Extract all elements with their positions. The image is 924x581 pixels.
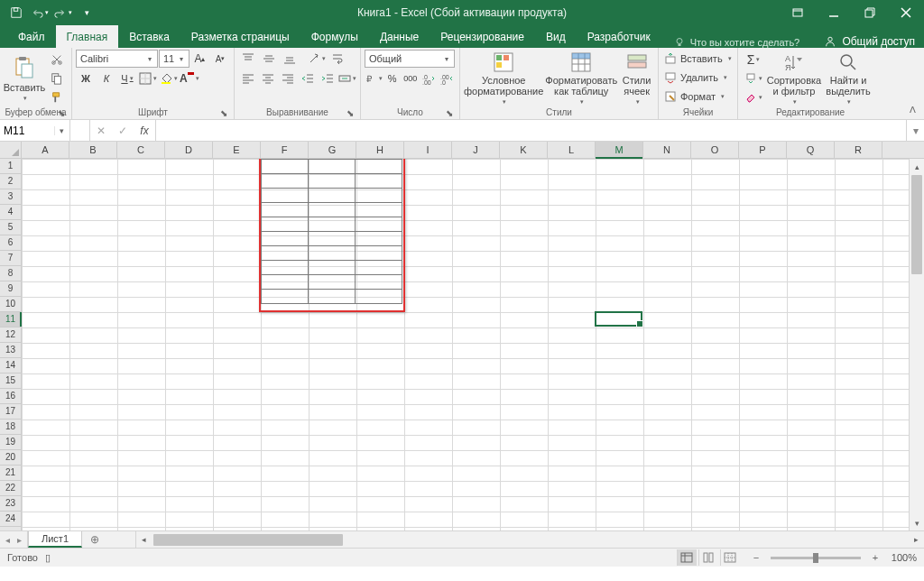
format-painter-button[interactable] (47, 88, 67, 106)
decrease-font-button[interactable]: A▾ (210, 50, 230, 68)
horizontal-scrollbar[interactable]: ◂ ▸ (136, 531, 924, 548)
font-family-combo[interactable]: Calibri▾ (76, 50, 158, 68)
column-header-N[interactable]: N (643, 142, 691, 158)
align-top-button[interactable] (238, 50, 258, 68)
cell-styles-button[interactable]: Стили ячеек▾ (619, 51, 654, 106)
decrease-indent-button[interactable] (298, 69, 317, 88)
tab-file[interactable]: Файл (7, 25, 56, 48)
number-format-combo[interactable]: Общий▾ (365, 50, 455, 68)
accounting-format-button[interactable]: ₽▾ (365, 69, 383, 88)
row-header-10[interactable]: 10 (0, 297, 21, 312)
column-header-Q[interactable]: Q (787, 142, 835, 158)
column-header-B[interactable]: B (69, 142, 117, 158)
row-header-12[interactable]: 12 (0, 327, 21, 343)
view-normal-button[interactable] (677, 549, 697, 566)
tab-insert[interactable]: Вставка (118, 25, 180, 48)
font-launcher[interactable]: ⬊ (219, 108, 228, 117)
insert-cells-button[interactable]: Вставить▾ (662, 50, 734, 68)
scroll-down-button[interactable]: ▾ (910, 515, 924, 530)
increase-font-button[interactable]: A▴ (190, 50, 210, 68)
align-bottom-button[interactable] (280, 50, 300, 68)
font-size-combo[interactable]: 11▾ (159, 50, 189, 68)
column-header-O[interactable]: O (691, 142, 739, 158)
column-header-K[interactable]: K (500, 142, 548, 158)
scroll-right-button[interactable]: ▸ (909, 532, 924, 548)
view-page-layout-button[interactable] (698, 549, 718, 566)
row-header-7[interactable]: 7 (0, 251, 21, 266)
select-all-corner[interactable] (0, 142, 22, 158)
column-header-P[interactable]: P (739, 142, 787, 158)
zoom-out-button[interactable]: − (749, 552, 763, 563)
row-header-6[interactable]: 6 (0, 235, 21, 251)
close-button[interactable] (888, 0, 924, 25)
collapse-ribbon-button[interactable]: ᐱ (904, 105, 920, 117)
undo-icon[interactable]: ▾ (29, 2, 51, 23)
insert-function-button[interactable]: fx (134, 120, 155, 142)
row-header-9[interactable]: 9 (0, 281, 21, 297)
find-select-button[interactable]: Найти и выделить▾ (823, 51, 873, 106)
cells-area[interactable] (22, 159, 924, 530)
increase-decimal-button[interactable]: .0.00 (420, 69, 438, 88)
row-header-2[interactable]: 2 (0, 174, 21, 189)
row-header-23[interactable]: 23 (0, 496, 21, 512)
tab-home[interactable]: Главная (56, 25, 119, 48)
row-header-22[interactable]: 22 (0, 481, 21, 496)
column-header-G[interactable]: G (309, 142, 356, 158)
number-launcher[interactable]: ⬊ (445, 108, 454, 117)
column-header-R[interactable]: R (835, 142, 882, 158)
column-header-J[interactable]: J (452, 142, 500, 158)
row-header-17[interactable]: 17 (0, 404, 21, 420)
tab-data[interactable]: Данные (369, 25, 430, 48)
paste-button[interactable]: Вставить▾ (4, 51, 45, 106)
row-header-18[interactable]: 18 (0, 420, 21, 435)
sheet-next-button[interactable]: ▸ (17, 535, 22, 545)
comma-format-button[interactable]: 000 (402, 69, 419, 88)
fill-color-button[interactable]: ▾ (159, 69, 179, 88)
italic-button[interactable]: К (97, 69, 116, 88)
sheet-prev-button[interactable]: ◂ (5, 535, 10, 545)
row-header-11[interactable]: 11 (0, 312, 21, 327)
clipboard-launcher[interactable]: ⬊ (57, 108, 66, 117)
expand-formula-bar-button[interactable]: ▾ (906, 120, 924, 141)
cancel-formula-button[interactable]: ✕ (90, 120, 112, 142)
row-header-5[interactable]: 5 (0, 220, 21, 235)
row-header-3[interactable]: 3 (0, 189, 21, 205)
increase-indent-button[interactable] (318, 69, 337, 88)
name-box-input[interactable] (0, 124, 54, 137)
row-header-14[interactable]: 14 (0, 358, 21, 374)
font-color-button[interactable]: A▾ (180, 69, 199, 88)
tab-view[interactable]: Вид (535, 25, 577, 48)
align-middle-button[interactable] (259, 50, 279, 68)
column-header-F[interactable]: F (261, 142, 309, 158)
row-header-24[interactable]: 24 (0, 512, 21, 527)
align-left-button[interactable] (238, 69, 257, 88)
row-header-4[interactable]: 4 (0, 205, 21, 220)
enter-formula-button[interactable]: ✓ (112, 120, 134, 142)
format-as-table-button[interactable]: Форматировать как таблицу▾ (545, 51, 617, 106)
vscroll-thumb[interactable] (911, 175, 922, 274)
name-box-dropdown[interactable]: ▾ (54, 126, 69, 135)
row-header-20[interactable]: 20 (0, 450, 21, 466)
column-header-M[interactable]: M (596, 142, 643, 158)
tab-developer[interactable]: Разработчик (577, 25, 661, 48)
scroll-left-button[interactable]: ◂ (136, 532, 152, 548)
zoom-level[interactable]: 100% (892, 552, 917, 563)
clear-button[interactable]: ▾ (742, 88, 765, 106)
format-cells-button[interactable]: Формат▾ (662, 88, 734, 106)
orientation-button[interactable]: ▾ (307, 50, 327, 68)
fill-button[interactable]: ▾ (742, 69, 765, 88)
save-icon[interactable] (5, 2, 27, 23)
alignment-launcher[interactable]: ⬊ (346, 108, 355, 117)
formula-input[interactable] (156, 120, 906, 141)
wrap-text-button[interactable] (328, 50, 347, 68)
row-header-8[interactable]: 8 (0, 266, 21, 281)
sort-filter-button[interactable]: AЯ Сортировка и фильтр▾ (767, 51, 821, 106)
column-header-H[interactable]: H (356, 142, 404, 158)
autosum-button[interactable]: Σ▾ (742, 51, 765, 69)
name-box[interactable]: ▾ (0, 120, 70, 141)
vertical-scrollbar[interactable]: ▴ ▾ (909, 159, 924, 530)
conditional-formatting-button[interactable]: Условное форматирование▾ (464, 51, 543, 106)
copy-button[interactable] (47, 69, 67, 88)
sheet-tab-active[interactable]: Лист1 (28, 531, 82, 548)
column-header-A[interactable]: A (22, 142, 69, 158)
